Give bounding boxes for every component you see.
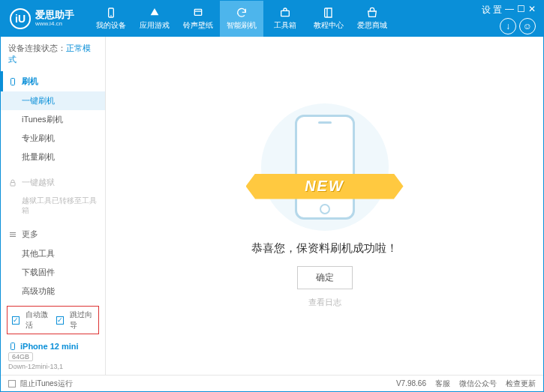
sidebar-section-more[interactable]: 更多 [1,224,105,244]
book-icon [323,7,335,19]
wechat-link[interactable]: 微信公众号 [459,379,497,389]
nav-store[interactable]: 爱思商城 [350,1,394,37]
update-link[interactable]: 检查更新 [506,379,536,389]
auto-activate-checkbox[interactable]: ✓ [12,316,20,325]
window-controls: 设 置 — ☐ ✕ ↓ ☺ [482,4,543,34]
media-icon [192,7,204,19]
options-row: ✓ 自动激活 ✓ 跳过向导 [7,306,99,334]
sidebar-item-download[interactable]: 下载固件 [1,263,105,282]
logo-mark: iU [10,8,31,29]
app-title: 爱思助手 [35,10,74,20]
nav-label: 智能刷机 [227,20,257,31]
nav-label: 应用游戏 [140,20,170,31]
sidebar: 设备连接状态：正常模式 刷机 一键刷机 iTunes刷机 专业刷机 批量刷机 一… [1,37,106,375]
phone-icon [105,7,117,19]
nav-label: 爱思商城 [357,20,387,31]
lock-icon [8,178,17,187]
more-icon [8,230,17,239]
version-label: V7.98.66 [396,379,426,388]
jailbreak-note: 越狱工具已转移至工具箱 [1,193,105,218]
sidebar-item-oneclick[interactable]: 一键刷机 [1,91,105,110]
block-itunes-label: 阻止iTunes运行 [20,379,73,389]
sidebar-item-advanced[interactable]: 高级功能 [1,282,105,301]
nav-apps[interactable]: 应用游戏 [133,1,176,37]
sidebar-item-other[interactable]: 其他工具 [1,244,105,263]
section-label: 更多 [22,229,38,240]
sidebar-item-pro[interactable]: 专业刷机 [1,129,105,148]
minimize-icon[interactable]: — [505,4,514,16]
nav-tutorial[interactable]: 教程中心 [307,1,350,37]
nav-ringtone[interactable]: 铃声壁纸 [176,1,220,37]
nav-label: 教程中心 [314,20,344,31]
view-log-link[interactable]: 查看日志 [308,297,341,308]
main-content: NEW 恭喜您，保资料刷机成功啦！ 确定 查看日志 [106,37,543,375]
svg-rect-3 [281,10,290,16]
phone-graphic [295,115,355,220]
apps-icon [149,7,161,19]
svg-rect-2 [194,9,201,15]
svg-rect-5 [11,182,15,186]
user-button[interactable]: ☺ [519,18,536,34]
sidebar-item-itunes[interactable]: iTunes刷机 [1,110,105,129]
conn-label: 设备连接状态： [8,43,66,52]
app-logo: iU 爱思助手 www.i4.cn [1,8,83,29]
device-meta: Down-12mini-13,1 [8,363,98,370]
nav-label: 工具箱 [274,20,296,31]
footer: 阻止iTunes运行 V7.98.66 客服 微信公众号 检查更新 [1,375,543,391]
sidebar-section-jailbreak: 一键越狱 [1,172,105,193]
nav-toolbox[interactable]: 工具箱 [263,1,307,37]
connection-status: 设备连接状态：正常模式 [1,37,105,71]
section-label: 一键越狱 [22,177,55,188]
device-storage: 64GB [8,352,33,361]
nav-label: 我的设备 [96,20,126,31]
svg-rect-4 [11,78,15,85]
store-icon [366,7,378,19]
block-itunes-checkbox[interactable] [8,380,16,388]
download-button[interactable]: ↓ [500,18,516,34]
top-nav: 我的设备 应用游戏 铃声壁纸 智能刷机 工具箱 教程中心 爱思商城 [89,1,482,37]
auto-activate-label: 自动激活 [26,310,50,331]
device-name: iPhone 12 mini [20,342,79,351]
titlebar: iU 爱思助手 www.i4.cn 我的设备 应用游戏 铃声壁纸 智能刷机 工具… [1,1,543,37]
skip-guide-checkbox[interactable]: ✓ [56,316,64,325]
service-link[interactable]: 客服 [435,379,450,389]
sidebar-item-batch[interactable]: 批量刷机 [1,148,105,166]
ok-button[interactable]: 确定 [297,266,353,289]
refresh-icon [236,7,248,19]
new-ribbon: NEW [246,174,404,199]
phone-icon [8,77,17,86]
success-message: 恭喜您，保资料刷机成功啦！ [251,241,398,256]
toolbox-icon [279,7,291,19]
nav-label: 铃声壁纸 [183,20,213,31]
section-label: 刷机 [22,76,38,87]
settings-link[interactable]: 设 置 [482,4,502,16]
skip-guide-label: 跳过向导 [70,310,95,331]
app-subtitle: www.i4.cn [35,21,74,28]
success-illustration: NEW [261,103,389,231]
svg-rect-9 [11,343,15,350]
nav-my-device[interactable]: 我的设备 [89,1,133,37]
close-icon[interactable]: ✕ [528,4,536,16]
sidebar-section-flash[interactable]: 刷机 [1,71,105,91]
device-block[interactable]: iPhone 12 mini 64GB Down-12mini-13,1 [1,337,105,375]
device-phone-icon [8,342,17,351]
maximize-icon[interactable]: ☐ [517,4,525,16]
nav-flash[interactable]: 智能刷机 [220,1,263,37]
